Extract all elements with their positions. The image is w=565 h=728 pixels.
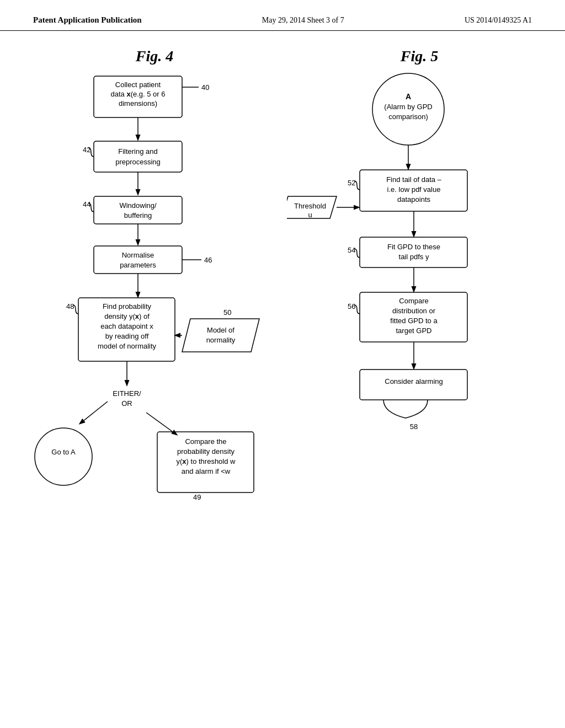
header-right: US 2014/0149325 A1 (465, 16, 532, 25)
svg-text:Fit GPD to these: Fit GPD to these (387, 243, 440, 251)
svg-text:distribution or: distribution or (392, 307, 436, 315)
fig5-container: Fig. 5 A (Alarm by GPD comparison) 52 (287, 47, 552, 679)
svg-text:datapoints: datapoints (397, 195, 430, 204)
svg-text:preprocessing: preprocessing (115, 158, 161, 166)
svg-text:Compare: Compare (399, 297, 428, 305)
svg-text:42: 42 (83, 146, 90, 154)
svg-text:56: 56 (348, 302, 355, 311)
svg-text:Collect patient: Collect patient (115, 81, 161, 89)
svg-text:target GPD: target GPD (396, 326, 431, 335)
svg-text:by reading off: by reading off (105, 332, 149, 340)
svg-text:54: 54 (348, 246, 355, 254)
svg-text:48: 48 (66, 302, 74, 311)
svg-text:tail pdfs y: tail pdfs y (399, 253, 429, 261)
svg-text:normality: normality (206, 336, 236, 344)
svg-text:Filtering and: Filtering and (118, 147, 158, 156)
svg-text:A: A (406, 92, 411, 101)
svg-line-38 (80, 402, 108, 424)
svg-text:Find tail of data –: Find tail of data – (386, 175, 441, 184)
svg-text:Go to A: Go to A (51, 448, 76, 456)
svg-text:Threshold: Threshold (294, 202, 326, 210)
svg-marker-30 (182, 319, 259, 352)
svg-text:46: 46 (204, 256, 212, 264)
svg-text:density y(x) of: density y(x) of (104, 312, 150, 320)
svg-text:Model of: Model of (207, 326, 234, 334)
svg-text:each datapoint x: each datapoint x (100, 322, 153, 330)
diagram-area: Fig. 4 Collect patient data x(e.g. 5 or … (0, 31, 565, 696)
svg-point-40 (35, 428, 92, 485)
svg-text:(Alarm by GPD: (Alarm by GPD (384, 103, 432, 111)
svg-text:model of normality: model of normality (98, 342, 157, 350)
svg-rect-8 (94, 141, 182, 172)
svg-text:y(x) to threshold w: y(x) to threshold w (177, 457, 236, 465)
fig4-container: Fig. 4 Collect patient data x(e.g. 5 or … (22, 47, 287, 679)
svg-text:Find probability: Find probability (103, 302, 152, 311)
header-center: May 29, 2014 Sheet 3 of 7 (262, 16, 344, 25)
svg-text:buffering: buffering (124, 211, 152, 220)
page: Patent Application Publication May 29, 2… (0, 0, 565, 728)
svg-text:fitted GPD to a: fitted GPD to a (390, 317, 438, 325)
fig5-label: Fig. 5 (287, 47, 552, 65)
svg-text:u: u (308, 211, 312, 219)
svg-rect-13 (94, 196, 182, 224)
svg-rect-17 (94, 246, 182, 274)
svg-text:50: 50 (223, 308, 231, 317)
svg-text:and alarm if <w: and alarm if <w (182, 467, 231, 475)
svg-text:40: 40 (201, 83, 209, 92)
svg-text:49: 49 (193, 493, 201, 501)
svg-text:EITHER/: EITHER/ (113, 389, 141, 398)
svg-text:data x(e.g. 5 or 6: data x(e.g. 5 or 6 (110, 90, 165, 98)
header-left: Patent Application Publication (33, 15, 142, 25)
svg-text:OR: OR (121, 399, 132, 408)
svg-text:dimensions): dimensions) (119, 99, 157, 108)
fig4-label: Fig. 4 (22, 47, 287, 65)
svg-text:parameters: parameters (120, 261, 156, 269)
fig5-svg: A (Alarm by GPD comparison) 52 Find tail… (287, 71, 524, 677)
svg-text:Normalise: Normalise (122, 251, 154, 259)
svg-text:i.e. low pdf value: i.e. low pdf value (387, 185, 441, 194)
svg-text:Consider alarming: Consider alarming (385, 377, 443, 386)
svg-text:probability density: probability density (177, 447, 235, 456)
svg-text:Compare the: Compare the (185, 437, 226, 446)
svg-text:52: 52 (348, 179, 355, 187)
fig4-svg: Collect patient data x(e.g. 5 or 6 dimen… (22, 71, 276, 677)
svg-text:58: 58 (410, 422, 418, 431)
svg-text:Windowing/: Windowing/ (119, 201, 157, 210)
svg-text:44: 44 (83, 200, 90, 208)
svg-text:comparison): comparison) (388, 113, 428, 121)
svg-line-39 (146, 413, 177, 435)
header: Patent Application Publication May 29, 2… (0, 0, 565, 31)
